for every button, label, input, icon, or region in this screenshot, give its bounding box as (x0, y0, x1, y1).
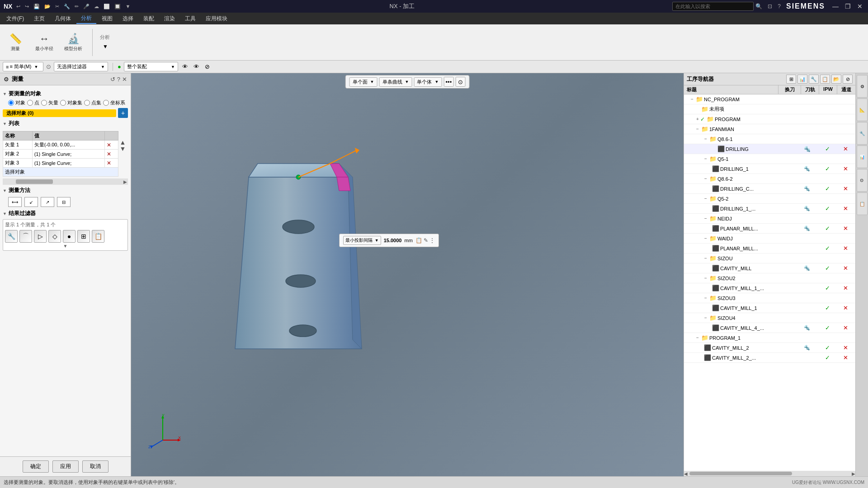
tree-toggle-nc[interactable]: − (689, 97, 695, 102)
row-delete[interactable]: ✕ (104, 159, 118, 168)
tree-hscroll[interactable]: ◀ ▶ (684, 471, 855, 476)
method-icon-3[interactable]: ↗ (41, 197, 54, 207)
rp-icon-3[interactable]: 🔧 (809, 75, 819, 84)
tree-toggle-sizou4[interactable]: − (703, 315, 708, 321)
result-icon-5[interactable]: ● (63, 230, 75, 243)
tree-row-waidj[interactable]: − 📁 WAIDJ (684, 234, 855, 244)
measure-more-icon[interactable]: ⋮ (429, 237, 435, 244)
tree-row-unused[interactable]: − 📁 未用项 (684, 104, 855, 114)
menu-select[interactable]: 选择 (118, 14, 138, 23)
tb-icon1[interactable]: ✂ (54, 3, 61, 10)
vp-body-dropdown[interactable]: 单个体 ▼ (414, 77, 442, 87)
menu-assembly[interactable]: 装配 (139, 14, 159, 23)
tree-row-sizou4[interactable]: − 📁 SIZOU4 (684, 313, 855, 323)
panel-help-icon[interactable]: ? (117, 76, 120, 83)
method-icon-1[interactable]: ⟷ (8, 197, 22, 207)
tree-row-q51[interactable]: − 📁 Q5-1 (684, 154, 855, 164)
section-objects[interactable]: 要测量的对象 (3, 90, 128, 98)
tree-toggle-waidj[interactable]: − (703, 236, 708, 241)
result-icon-7[interactable]: 📋 (92, 230, 104, 243)
result-icon-2[interactable]: ⌒ (19, 230, 32, 243)
tree-toggle-q51[interactable]: − (703, 156, 708, 162)
menu-analysis[interactable]: 分析 (76, 14, 96, 24)
shortest-distance-button[interactable]: ↔ 最小半径 (33, 31, 56, 54)
row-delete[interactable]: ✕ (104, 150, 118, 159)
tree-row-planarmill[interactable]: ⬛ PLANAR_MILL... 🔩 ✓ ✕ (684, 224, 855, 234)
tree-toggle-neidj[interactable]: − (703, 216, 708, 221)
tree-row-neidj[interactable]: − 📁 NEIDJ (684, 214, 855, 224)
tree-row-1fanmian[interactable]: − 📁 1FANMIAN (684, 124, 855, 134)
side-tab-5[interactable]: ⊙ (857, 169, 868, 192)
results-more[interactable]: ▼ (5, 244, 126, 249)
tree-row-drilling1x[interactable]: ⬛ DRILLING_1_... 🔩 ✓ ✕ (684, 204, 855, 214)
rp-icon-4[interactable]: 📋 (820, 75, 830, 84)
scroll-left-icon[interactable]: ◀ (684, 471, 688, 476)
tree-row-drilling1[interactable]: ⬛ DRILLING_1 🔩 ✓ ✕ (684, 164, 855, 174)
save-icon[interactable]: 💾 (32, 3, 41, 10)
side-tab-6[interactable]: 📋 (857, 192, 868, 215)
tree-row-sizou3[interactable]: − 📁 SIZOU3 (684, 293, 855, 303)
tree-row-cavitymill2b[interactable]: ⬛ CAVITY_MILL_2_... ✓ ✕ (684, 353, 855, 363)
tree-toggle-program1[interactable]: − (695, 335, 700, 341)
measure-edit-icon[interactable]: ✎ (424, 237, 428, 244)
tb-dropdown[interactable]: ▼ (124, 3, 132, 10)
list-section-header[interactable]: 列表 (3, 120, 128, 127)
method-icon-2[interactable]: ↙ (24, 197, 38, 207)
tree-row-cavitymill[interactable]: ⬛ CAVITY_MILL 🔩 ✓ ✕ (684, 263, 855, 273)
search-input[interactable] (672, 2, 754, 11)
rp-icon-2[interactable]: 📊 (797, 75, 807, 84)
method-icon-4[interactable]: ⊟ (57, 197, 71, 207)
row-delete[interactable]: ✕ (104, 141, 118, 150)
table-row-add[interactable]: 选择对象 (3, 168, 118, 177)
radio-pointset[interactable]: 点集 (84, 99, 101, 106)
tree-row-drilling[interactable]: − ⬛ DRILLING 🔩 ✓ ✕ (684, 144, 855, 154)
assembly-dropdown[interactable]: 整个装配 ▼ (124, 62, 178, 71)
radio-object[interactable]: 对象 (8, 99, 25, 106)
rp-icon-6[interactable]: ⊘ (843, 75, 853, 84)
tb-icon3[interactable]: ✏ (73, 3, 80, 10)
panel-reset-icon[interactable]: ↺ (110, 76, 115, 83)
measure-copy-icon[interactable]: 📋 (415, 237, 422, 244)
radio-vector[interactable]: 矢量 (41, 99, 58, 106)
menu-modules[interactable]: 应用模块 (201, 14, 232, 23)
tree-toggle-1fanmian[interactable]: − (695, 127, 700, 132)
filter-dropdown[interactable]: 无选择过滤器 ▼ (54, 62, 108, 71)
result-icon-1[interactable]: 🔧 (5, 230, 18, 243)
tree-row-cavitymill1b[interactable]: ⬛ CAVITY_MILL_1 ✓ ✕ (684, 303, 855, 313)
minimize-button[interactable]: — (830, 3, 840, 10)
visible-eye-icon[interactable]: ● (118, 63, 121, 70)
side-tab-3[interactable]: 🔧 (857, 122, 868, 145)
apply-button[interactable]: 应用 (52, 460, 79, 473)
vp-extra-button[interactable]: ⊙ (455, 77, 465, 87)
nav-up-icon[interactable]: ▲ (119, 139, 128, 145)
tree-row-planarmill-w[interactable]: ⬛ PLANAR_MILL... ✓ ✕ (684, 244, 855, 253)
add-object-button[interactable]: + (118, 108, 128, 118)
rp-icon-5[interactable]: 📂 (831, 75, 841, 84)
view-icon3[interactable]: ⊘ (203, 62, 211, 71)
close-button[interactable]: ✕ (855, 3, 864, 10)
panel-close-icon[interactable]: ✕ (122, 76, 127, 83)
section-results[interactable]: 结果过滤器 (3, 210, 128, 217)
tree-row-sizou[interactable]: − 📁 SIZOU (684, 253, 855, 263)
tree-row-cavitymill4[interactable]: ⬛ CAVITY_MILL_4_... 🔩 ✓ ✕ (684, 323, 855, 333)
cancel-button[interactable]: 取消 (82, 460, 108, 473)
radio-point[interactable]: 点 (27, 99, 39, 106)
view-icon1[interactable]: 👁 (181, 62, 189, 71)
vp-face-dropdown[interactable]: 单个面 ▼ (349, 77, 377, 87)
tree-toggle-sizou3[interactable]: − (703, 296, 708, 301)
help-icon[interactable]: ? (778, 3, 781, 9)
result-icon-6[interactable]: ⊞ (77, 230, 90, 243)
analysis-dropdown-button[interactable]: ▼ (100, 42, 111, 51)
result-icon-4[interactable]: ◇ (48, 230, 61, 243)
measure-type-dropdown[interactable]: 最小投影间隔 ▼ (343, 236, 381, 245)
radio-coord[interactable]: 坐标系 (103, 99, 125, 106)
side-tab-1[interactable]: ⚙ (857, 75, 868, 98)
tb-icon2[interactable]: 🔧 (62, 3, 71, 10)
menu-geometry[interactable]: 几何体 (50, 14, 75, 23)
tree-row-drillingc[interactable]: ⬛ DRILLING_C... 🔩 ✓ ✕ (684, 184, 855, 194)
tree-row-cavitymill2[interactable]: ⬛ CAVITY_MILL_2 🔩 ✓ ✕ (684, 343, 855, 353)
tb-icon5[interactable]: ☁ (93, 3, 100, 10)
open-icon[interactable]: 📂 (43, 3, 52, 10)
result-icon-3[interactable]: ▷ (34, 230, 47, 243)
side-tab-2[interactable]: 📐 (857, 99, 868, 121)
